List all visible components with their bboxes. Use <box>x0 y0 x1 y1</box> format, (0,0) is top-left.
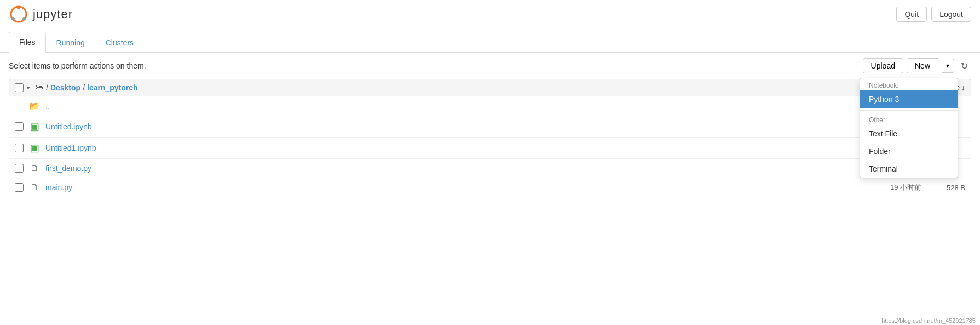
file-icon: 🗋 <box>29 183 40 192</box>
table-row: ▣ Untitled.ipynb <box>9 116 971 138</box>
row-checkbox[interactable] <box>15 144 24 152</box>
parent-folder-icon: 📂 <box>29 101 40 111</box>
toolbar-row: Select items to perform actions on them.… <box>0 53 980 79</box>
tab-running[interactable]: Running <box>46 32 95 53</box>
file-size: 528 B <box>938 184 965 192</box>
dropdown-text-file[interactable]: Text File <box>860 125 958 142</box>
tab-clusters[interactable]: Clusters <box>95 32 144 53</box>
header: jupyter Quit Logout <box>0 0 980 28</box>
svg-point-2 <box>22 17 26 20</box>
file-meta: 19 小时前 528 B <box>878 183 965 192</box>
logo-text: jupyter <box>33 7 73 21</box>
upload-button[interactable]: Upload <box>863 58 903 73</box>
file-link[interactable]: first_demo.py <box>45 164 872 173</box>
file-header-row: ▾ 🗁 / Desktop / learn_pytorch Name ↓ <box>9 79 971 96</box>
breadcrumb-desktop[interactable]: Desktop <box>50 83 80 92</box>
refresh-icon: ↻ <box>961 61 968 71</box>
table-row: ▣ Untitled1.ipynb <box>9 138 971 159</box>
toolbar-right: Upload New ▾ ↻ Notebook: Python 3 Other:… <box>863 58 971 73</box>
table-row: 📂 .. <box>9 96 971 116</box>
svg-point-1 <box>17 6 20 9</box>
refresh-button[interactable]: ↻ <box>958 59 971 73</box>
logo-area: jupyter <box>9 4 73 24</box>
row-checkbox[interactable] <box>15 164 24 173</box>
file-link[interactable]: Untitled1.ipynb <box>45 144 872 152</box>
header-buttons: Quit Logout <box>896 7 971 22</box>
caret-icon: ▾ <box>946 62 949 70</box>
row-checkbox[interactable] <box>15 122 24 131</box>
other-section-label: Other: <box>860 113 958 125</box>
file-link[interactable]: main.py <box>45 183 872 192</box>
tabs-bar: Files Running Clusters <box>0 28 980 53</box>
new-dropdown-caret[interactable]: ▾ <box>942 59 954 73</box>
svg-point-3 <box>11 17 15 20</box>
table-row: 🗋 main.py 19 小时前 528 B <box>9 178 971 197</box>
quit-button[interactable]: Quit <box>896 7 927 22</box>
select-info-text: Select items to perform actions on them. <box>9 61 146 70</box>
breadcrumb: 🗁 / Desktop / learn_pytorch <box>35 83 934 93</box>
header-checkbox-container: ▾ <box>15 83 30 92</box>
notebook-icon: ▣ <box>29 142 40 154</box>
select-dropdown-arrow[interactable]: ▾ <box>27 85 30 91</box>
file-icon: 🗋 <box>29 163 40 173</box>
notebook-section-label: Notebook: <box>860 78 958 90</box>
new-dropdown-menu: Notebook: Python 3 Other: Text File Fold… <box>860 78 958 178</box>
tab-files[interactable]: Files <box>9 32 46 53</box>
logout-button[interactable]: Logout <box>931 7 971 22</box>
breadcrumb-folder[interactable]: learn_pytorch <box>87 83 138 92</box>
new-button[interactable]: New <box>907 58 938 73</box>
row-checkbox[interactable] <box>15 183 24 192</box>
table-row: 🗋 first_demo.py <box>9 159 971 178</box>
jupyter-logo-icon <box>9 4 28 24</box>
file-area: ▾ 🗁 / Desktop / learn_pytorch Name ↓ 📂 .… <box>0 79 980 197</box>
folder-icon: 🗁 <box>35 83 44 93</box>
dropdown-python3[interactable]: Python 3 <box>860 90 958 108</box>
file-link[interactable]: .. <box>45 102 872 111</box>
dropdown-divider <box>860 110 958 111</box>
file-list: 📂 .. ▣ Untitled.ipynb ▣ Untitled1.ipynb <box>9 96 971 197</box>
dropdown-terminal[interactable]: Terminal <box>860 160 958 178</box>
notebook-icon: ▣ <box>29 121 40 133</box>
file-time: 19 小时前 <box>878 183 921 192</box>
select-all-checkbox[interactable] <box>15 83 24 92</box>
file-link[interactable]: Untitled.ipynb <box>45 122 872 131</box>
dropdown-folder[interactable]: Folder <box>860 142 958 160</box>
